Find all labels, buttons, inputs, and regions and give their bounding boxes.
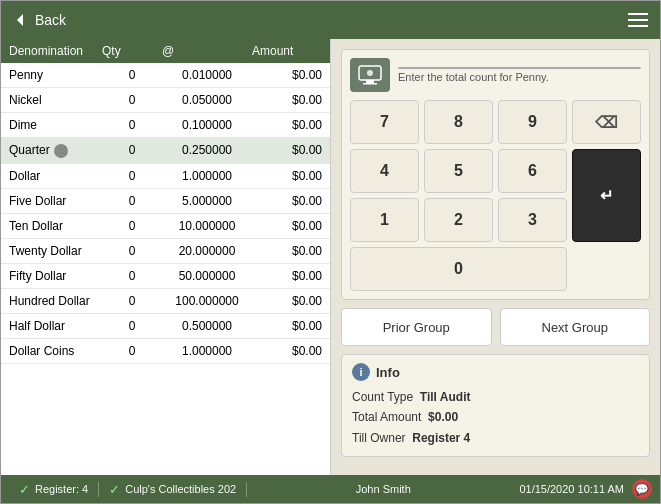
table-row[interactable]: Half Dollar00.500000$0.00	[1, 314, 330, 339]
table-row[interactable]: Dollar01.000000$0.00	[1, 164, 330, 189]
denomination-cell: Ten Dollar	[9, 219, 102, 233]
num-btn-3[interactable]: 3	[498, 198, 567, 242]
table-row[interactable]: Nickel00.050000$0.00	[1, 88, 330, 113]
menu-line-2	[628, 19, 648, 21]
amount-cell: $0.00	[252, 194, 322, 208]
rate-cell: 20.000000	[162, 244, 252, 258]
rate-cell: 100.000000	[162, 294, 252, 308]
zero-row: 0	[350, 247, 641, 291]
table-row[interactable]: Penny00.010000$0.00	[1, 63, 330, 88]
table-row[interactable]: Quarter00.250000$0.00	[1, 138, 330, 164]
num-btn-8[interactable]: 8	[424, 100, 493, 144]
amount-cell: $0.00	[252, 219, 322, 233]
amount-cell: $0.00	[252, 68, 322, 82]
num-btn-5[interactable]: 5	[424, 149, 493, 193]
svg-rect-3	[363, 83, 377, 85]
num-btn-1[interactable]: 1	[350, 198, 419, 242]
info-header: i Info	[352, 363, 639, 381]
amount-cell: $0.00	[252, 93, 322, 107]
table-row[interactable]: Fifty Dollar050.000000$0.00	[1, 264, 330, 289]
denomination-cell: Dollar	[9, 169, 102, 183]
num-btn-7[interactable]: 7	[350, 100, 419, 144]
next-group-button[interactable]: Next Group	[500, 308, 651, 346]
qty-cell: 0	[102, 169, 162, 183]
denomination-cell: Five Dollar	[9, 194, 102, 208]
denomination-cell: Quarter	[9, 143, 102, 158]
total-amount-label: Total Amount	[352, 410, 421, 424]
amount-cell: $0.00	[252, 344, 322, 358]
app-container: Back Denomination Qty @ Amount Penny00.0…	[0, 0, 661, 504]
count-type-label: Count Type	[352, 390, 413, 404]
row-indicator	[54, 144, 68, 158]
numpad-grid: 7 8 9 ⌫ 4 5 6 ↵ 1 2 3	[350, 100, 641, 242]
qty-cell: 0	[102, 143, 162, 157]
date-label: 01/15/2020 10:11 AM	[519, 483, 624, 495]
denomination-cell: Nickel	[9, 93, 102, 107]
table-row[interactable]: Dime00.100000$0.00	[1, 113, 330, 138]
back-button[interactable]: Back	[13, 12, 66, 28]
prior-group-button[interactable]: Prior Group	[341, 308, 492, 346]
numpad-hint: Enter the total count for Penny.	[398, 71, 641, 83]
denomination-cell: Dollar Coins	[9, 344, 102, 358]
amount-cell: $0.00	[252, 169, 322, 183]
qty-cell: 0	[102, 294, 162, 308]
rate-cell: 50.000000	[162, 269, 252, 283]
info-title: Info	[376, 365, 400, 380]
num-btn-4[interactable]: 4	[350, 149, 419, 193]
back-arrow-icon	[13, 12, 29, 28]
numpad-input-row: Enter the total count for Penny.	[350, 58, 641, 92]
qty-cell: 0	[102, 93, 162, 107]
info-count-type: Count Type Till Audit	[352, 387, 639, 407]
table-row[interactable]: Dollar Coins01.000000$0.00	[1, 339, 330, 364]
rate-cell: 0.100000	[162, 118, 252, 132]
qty-cell: 0	[102, 118, 162, 132]
denomination-cell: Penny	[9, 68, 102, 82]
num-btn-6[interactable]: 6	[498, 149, 567, 193]
monitor-icon	[357, 64, 383, 86]
table-row[interactable]: Ten Dollar010.000000$0.00	[1, 214, 330, 239]
num-btn-9[interactable]: 9	[498, 100, 567, 144]
table-row[interactable]: Twenty Dollar020.000000$0.00	[1, 239, 330, 264]
num-btn-2[interactable]: 2	[424, 198, 493, 242]
store-check-icon: ✓	[109, 482, 120, 497]
info-till-owner: Till Owner Register 4	[352, 428, 639, 448]
status-register: ✓ Register: 4	[9, 482, 99, 497]
denomination-cell: Hundred Dollar	[9, 294, 102, 308]
info-section: i Info Count Type Till Audit Total Amoun…	[341, 354, 650, 457]
enter-button[interactable]: ↵	[572, 149, 641, 242]
table-row[interactable]: Hundred Dollar0100.000000$0.00	[1, 289, 330, 314]
total-amount-value: $0.00	[428, 410, 458, 424]
col-rate: @	[162, 44, 252, 58]
qty-cell: 0	[102, 219, 162, 233]
table-row[interactable]: Five Dollar05.000000$0.00	[1, 189, 330, 214]
table-body: Penny00.010000$0.00Nickel00.050000$0.00D…	[1, 63, 330, 475]
qty-cell: 0	[102, 319, 162, 333]
col-qty: Qty	[102, 44, 162, 58]
info-total-amount: Total Amount $0.00	[352, 407, 639, 427]
amount-cell: $0.00	[252, 244, 322, 258]
header: Back	[1, 1, 660, 39]
col-denomination: Denomination	[9, 44, 102, 58]
rate-cell: 0.500000	[162, 319, 252, 333]
backspace-button[interactable]: ⌫	[572, 100, 641, 144]
menu-line-3	[628, 25, 648, 27]
store-label: Culp's Collectibles 202	[125, 483, 236, 495]
table-header: Denomination Qty @ Amount	[1, 39, 330, 63]
main-content: Denomination Qty @ Amount Penny00.010000…	[1, 39, 660, 475]
qty-cell: 0	[102, 68, 162, 82]
denomination-cell: Half Dollar	[9, 319, 102, 333]
numpad-display[interactable]	[398, 67, 641, 69]
till-owner-label: Till Owner	[352, 431, 406, 445]
register-label: Register: 4	[35, 483, 88, 495]
amount-cell: $0.00	[252, 118, 322, 132]
qty-cell: 0	[102, 244, 162, 258]
qty-cell: 0	[102, 269, 162, 283]
menu-button[interactable]	[628, 13, 648, 27]
numpad-icon	[350, 58, 390, 92]
num-btn-0[interactable]: 0	[350, 247, 567, 291]
amount-cell: $0.00	[252, 143, 322, 157]
register-check-icon: ✓	[19, 482, 30, 497]
info-icon: i	[352, 363, 370, 381]
status-right: 01/15/2020 10:11 AM 💬	[519, 479, 652, 499]
message-icon[interactable]: 💬	[632, 479, 652, 499]
